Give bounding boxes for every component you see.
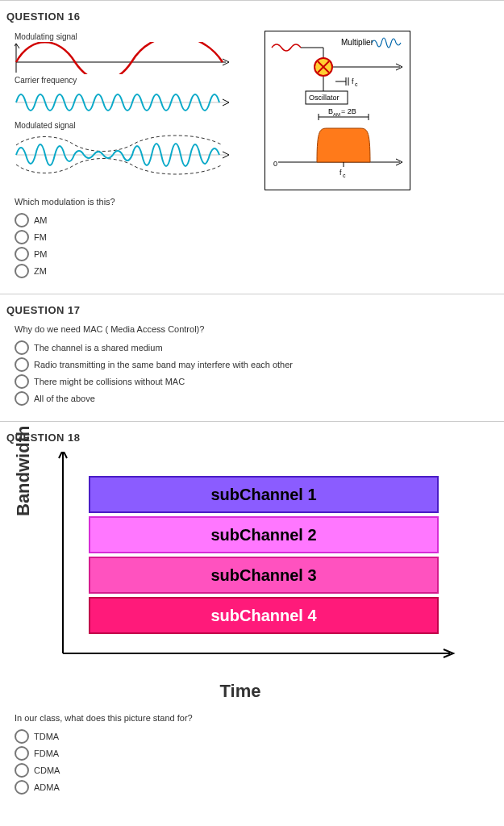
subchannel-4-bar: subChannel 4 [89,597,439,634]
subchannel-3-bar: subChannel 3 [89,557,439,594]
radio-icon [15,374,29,389]
q16-opt-pm[interactable]: PM [15,247,498,261]
svg-text:0: 0 [273,160,277,168]
option-label: CDMA [34,766,60,775]
q17-opt-1[interactable]: The channel is a shared medium [15,340,498,355]
carrier-wave [15,86,240,119]
option-label: FM [34,232,47,242]
subchannel-2-bar: subChannel 2 [89,516,439,553]
option-label: ZM [34,266,47,276]
q17-opt-2[interactable]: Radio transmitting in the same band may … [15,357,498,372]
svg-text:= 2B: = 2B [341,107,356,115]
q18-prompt: In our class, what does this picture sta… [15,713,498,723]
q18-options: TDMA FDMA CDMA ADMA [15,729,498,795]
q16-title: QUESTION 16 [6,10,498,23]
q16-opt-zm[interactable]: ZM [15,264,498,278]
q16-label-modulated: Modulated signal [15,121,240,130]
q16-prompt: Which modulation is this? [15,197,498,206]
q18-opt-fdma[interactable]: FDMA [15,746,498,761]
q16-label-modulating: Modulating signal [15,32,240,41]
option-label: FDMA [34,749,59,758]
am-block-diagram: Multiplier fc Oscillator BAM = 2B [267,33,405,185]
option-label: There might be collisions without MAC [34,377,185,386]
q18-ylabel: Bandwidth [13,426,34,516]
q18-axes: subChannel 1 subChannel 2 subChannel 3 s… [63,460,450,670]
question-16: QUESTION 16 Modulating signal Carrier fr… [0,0,504,294]
option-label: TDMA [34,732,59,741]
radio-icon [15,391,29,406]
multiplier-label: Multiplier [341,38,374,47]
option-label: ADMA [34,782,60,792]
q18-diagram: Bandwidth subChannel 1 subChannel 2 subC… [15,452,466,702]
radio-icon [15,763,29,778]
svg-text:c: c [355,81,358,87]
q18-xlabel: Time [15,681,466,702]
question-17: QUESTION 17 Why do we need MAC ( Media A… [0,294,504,421]
option-label: PM [34,249,48,259]
q16-options: AM FM PM ZM [15,213,498,278]
q17-opt-4[interactable]: All of the above [15,391,498,406]
radio-icon [15,264,29,278]
q17-options: The channel is a shared medium Radio tra… [15,340,498,406]
svg-text:c: c [343,173,346,178]
modulating-signal-wave [15,42,240,74]
q16-label-carrier: Carrier frequency [15,76,240,85]
q16-diagram: Modulating signal Carrier frequency Modu… [15,31,498,190]
q16-opt-am[interactable]: AM [15,213,498,227]
radio-icon [15,729,29,744]
oscillator-label: Oscillator [309,94,339,102]
q16-waveforms: Modulating signal Carrier frequency Modu… [15,31,240,190]
svg-text:f: f [352,77,354,86]
option-label: AM [34,215,48,225]
q17-prompt: Why do we need MAC ( Media Access Contro… [15,324,498,334]
option-label: Radio transmitting in the same band may … [34,360,293,369]
svg-text:f: f [339,169,342,177]
question-18: QUESTION 18 Bandwidth subChannel 1 subCh… [0,421,504,810]
q16-schematic: Multiplier fc Oscillator BAM = 2B [264,31,410,190]
option-label: The channel is a shared medium [34,343,163,353]
radio-icon [15,213,29,227]
q17-title: QUESTION 17 [6,304,498,316]
q18-opt-cdma[interactable]: CDMA [15,763,498,778]
radio-icon [15,230,29,244]
svg-text:AM: AM [333,112,340,117]
radio-icon [15,780,29,795]
q18-opt-adma[interactable]: ADMA [15,780,498,795]
modulated-wave [15,131,240,179]
radio-icon [15,746,29,761]
q18-opt-tdma[interactable]: TDMA [15,729,498,744]
q16-opt-fm[interactable]: FM [15,230,498,244]
radio-icon [15,247,29,261]
q17-opt-3[interactable]: There might be collisions without MAC [15,374,498,389]
option-label: All of the above [34,394,95,403]
radio-icon [15,340,29,355]
subchannel-1-bar: subChannel 1 [89,476,439,513]
q18-title: QUESTION 18 [6,432,498,444]
radio-icon [15,357,29,372]
